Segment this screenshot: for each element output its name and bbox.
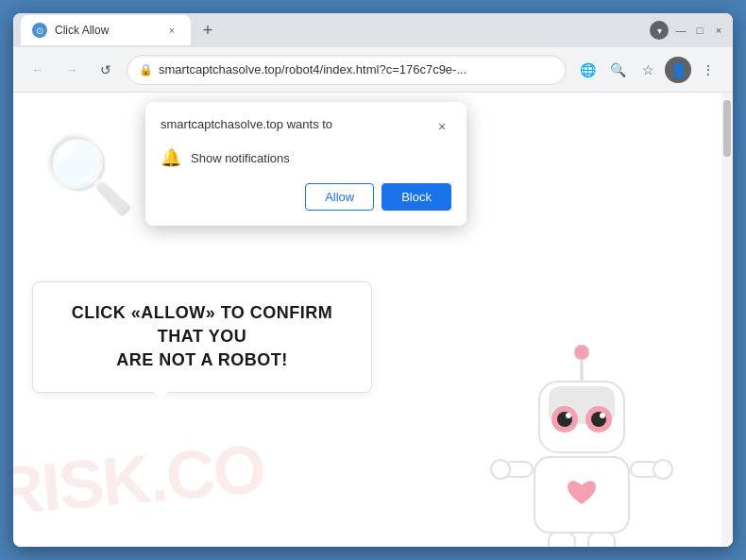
popup-title: smartcaptchasolve.top wants to (161, 117, 332, 131)
svg-point-1 (574, 345, 589, 360)
svg-point-13 (491, 460, 510, 479)
minimize-button[interactable]: — (674, 24, 687, 37)
page-content: 🔍 RISK.CO smartcaptchasolve.top wants to… (13, 93, 733, 547)
toolbar: ← → ↺ 🔒 smartcaptchasolve.top/robot4/ind… (13, 47, 733, 93)
tab-area: ⊙ Click Allow × + (21, 15, 644, 45)
notification-popup: smartcaptchasolve.top wants to × 🔔 Show … (145, 102, 466, 226)
scrollbar[interactable] (721, 93, 733, 547)
tab-title: Click Allow (55, 24, 157, 37)
maximize-button[interactable]: □ (693, 24, 706, 37)
address-bar[interactable]: 🔒 smartcaptchasolve.top/robot4/index.htm… (127, 55, 567, 85)
svg-point-8 (566, 413, 571, 418)
block-button[interactable]: Block (381, 183, 451, 211)
content-area: CLICK «ALLOW» TO CONFIRM THAT YOU ARE NO… (32, 281, 525, 393)
speech-bubble: CLICK «ALLOW» TO CONFIRM THAT YOU ARE NO… (32, 281, 372, 393)
window-controls: — □ × (674, 24, 725, 37)
watermark-text: RISK.CO (13, 430, 267, 531)
search-watermark-icon: 🔍 (42, 130, 136, 219)
svg-rect-15 (549, 533, 575, 547)
lock-icon: 🔒 (139, 63, 153, 76)
tab-close-button[interactable]: × (164, 23, 179, 38)
close-window-button[interactable]: × (712, 24, 725, 37)
profile-button[interactable]: 👤 (665, 57, 691, 83)
new-tab-button[interactable]: + (195, 17, 221, 43)
title-bar: ⊙ Click Allow × + ▾ — □ × (13, 13, 733, 47)
allow-button[interactable]: Allow (305, 183, 374, 211)
svg-rect-16 (588, 533, 615, 547)
scrollbar-thumb[interactable] (723, 100, 731, 157)
translate-button[interactable]: 🌐 (574, 57, 601, 83)
tab-favicon: ⊙ (32, 23, 47, 38)
menu-button[interactable]: ⋮ (695, 57, 721, 83)
browser-window: ⊙ Click Allow × + ▾ — □ × ← → ↺ 🔒 smartc… (13, 13, 733, 547)
search-button[interactable]: 🔍 (604, 57, 631, 83)
popup-close-button[interactable]: × (432, 117, 451, 136)
back-button[interactable]: ← (25, 57, 51, 83)
profile-dropdown-icon[interactable]: ▾ (650, 21, 669, 40)
popup-header: smartcaptchasolve.top wants to × (161, 117, 451, 136)
svg-point-9 (600, 413, 605, 418)
toolbar-icons: 🌐 🔍 ☆ 👤 ⋮ (574, 57, 721, 83)
browser-tab[interactable]: ⊙ Click Allow × (21, 15, 191, 45)
bookmark-button[interactable]: ☆ (635, 57, 661, 83)
notification-label: Show notifications (191, 151, 290, 165)
main-text: CLICK «ALLOW» TO CONFIRM THAT YOU ARE NO… (61, 301, 343, 373)
forward-button[interactable]: → (59, 57, 85, 83)
notification-row: 🔔 Show notifications (161, 147, 451, 168)
svg-point-14 (653, 460, 672, 479)
popup-buttons: Allow Block (161, 183, 451, 211)
robot-illustration (487, 339, 676, 547)
address-text: smartcaptchasolve.top/robot4/index.html?… (159, 62, 554, 76)
refresh-button[interactable]: ↺ (93, 57, 119, 83)
bell-icon: 🔔 (161, 147, 181, 168)
